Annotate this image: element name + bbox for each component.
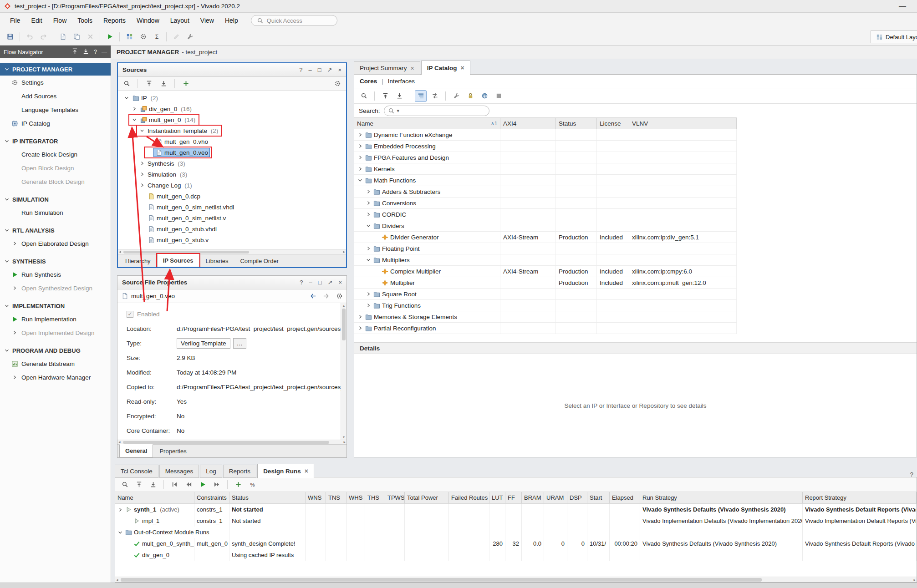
catalog-row[interactable]: Floating Point: [354, 243, 737, 254]
tree-row[interactable]: Instantiation Template (2): [118, 125, 346, 136]
help-icon[interactable]: ?: [94, 49, 97, 55]
catalog-row[interactable]: Adders & Subtracters: [354, 186, 737, 198]
nav-section-ip-integrator[interactable]: IP INTEGRATOR: [0, 135, 111, 147]
nav-item-add-sources[interactable]: Add Sources: [0, 89, 111, 103]
column-header-ths[interactable]: THS: [365, 492, 385, 503]
design-run-row[interactable]: impl_1constrs_1Not startedVivado Impleme…: [115, 515, 917, 527]
column-header-start[interactable]: Start: [587, 492, 610, 503]
menu-file[interactable]: File: [5, 15, 26, 26]
catalog-row[interactable]: Complex MultiplierAXI4-StreamProductionI…: [354, 266, 737, 277]
copy-button[interactable]: [70, 30, 83, 43]
catalog-row[interactable]: FPGA Features and Design: [354, 152, 737, 163]
tree-row[interactable]: div_gen_0 (16): [118, 103, 346, 114]
catalog-row[interactable]: Embedded Processing: [354, 141, 737, 152]
minimize-icon[interactable]: –: [309, 279, 312, 286]
tab-compile-order[interactable]: Compile Order: [234, 254, 284, 267]
menu-flow[interactable]: Flow: [48, 15, 72, 26]
column-header-status[interactable]: Status: [556, 118, 597, 129]
gear-icon[interactable]: [336, 293, 343, 300]
tab-hierarchy[interactable]: Hierarchy: [120, 254, 156, 267]
maximize-icon[interactable]: ↗: [328, 279, 333, 286]
tab-project-summary[interactable]: Project Summary×: [354, 61, 420, 75]
menu-view[interactable]: View: [195, 15, 219, 26]
catalog-row[interactable]: Math Functions: [354, 175, 737, 186]
column-header-name[interactable]: Name∧1: [354, 118, 500, 129]
column-header-constraints[interactable]: Constraints: [194, 492, 229, 503]
catalog-row[interactable]: Divider GeneratorAXI4-StreamProductionIn…: [354, 232, 737, 243]
close-icon[interactable]: ×: [338, 279, 342, 286]
minimize-icon[interactable]: –: [308, 66, 311, 73]
catalog-row[interactable]: Multipliers: [354, 254, 737, 266]
more-options-button[interactable]: …: [233, 338, 247, 349]
search-button[interactable]: [119, 479, 131, 491]
cores-view-link[interactable]: Cores: [360, 78, 377, 85]
lock-button[interactable]: [464, 90, 476, 102]
tab-ip-catalog[interactable]: IP Catalog×: [421, 61, 470, 75]
nav-item-ip-catalog[interactable]: IP Catalog: [0, 117, 111, 130]
scroll-left-icon[interactable]: ◂: [118, 440, 121, 444]
column-header-name[interactable]: Name: [115, 492, 194, 503]
redo-button[interactable]: [37, 30, 50, 43]
design-run-row[interactable]: Out-of-Context Module Runs: [115, 527, 917, 538]
column-header-tpws[interactable]: TPWS: [385, 492, 405, 503]
nav-item-run-synthesis[interactable]: Run Synthesis: [0, 268, 111, 281]
panel-help-icon[interactable]: ?: [910, 471, 917, 478]
nav-item-open-synthesized-design[interactable]: Open Synthesized Design: [0, 281, 111, 295]
catalog-row[interactable]: Square Root: [354, 289, 737, 300]
close-icon[interactable]: ×: [411, 65, 414, 72]
catalog-row[interactable]: Trig Functions: [354, 300, 737, 311]
design-run-row[interactable]: div_gen_0Using cached IP results: [115, 549, 917, 561]
run-button[interactable]: [103, 30, 116, 43]
rewind-button[interactable]: [183, 479, 194, 491]
nav-section-simulation[interactable]: SIMULATION: [0, 193, 111, 206]
collapse-all-button[interactable]: [379, 90, 391, 102]
tab-properties[interactable]: Properties: [154, 445, 192, 457]
interfaces-view-link[interactable]: Interfaces: [388, 78, 415, 85]
menu-help[interactable]: Help: [219, 15, 244, 26]
taxonomy-button[interactable]: [415, 90, 427, 102]
catalog-search-input[interactable]: ▾: [384, 106, 489, 116]
tree-row[interactable]: Synthesis (3): [118, 158, 346, 169]
type-dropdown[interactable]: Verilog Template: [177, 338, 230, 349]
float-icon[interactable]: □: [318, 279, 322, 286]
collapse-all-icon[interactable]: [71, 48, 78, 56]
nav-section-rtl-analysis[interactable]: RTL ANALYSIS: [0, 224, 111, 237]
plus-button[interactable]: [180, 78, 192, 90]
close-icon[interactable]: ×: [461, 64, 464, 71]
catalog-row[interactable]: Dynamic Function eXchange: [354, 129, 737, 141]
settings-gear-button[interactable]: [331, 78, 343, 90]
enabled-checkbox[interactable]: ✓: [127, 311, 133, 318]
column-header-run-strategy[interactable]: Run Strategy: [640, 492, 803, 503]
scroll-down-icon[interactable]: ▾: [341, 435, 346, 439]
undo-button[interactable]: [23, 30, 36, 43]
nav-item-open-elaborated-design[interactable]: Open Elaborated Design: [0, 237, 111, 250]
tab-tcl-console[interactable]: Tcl Console: [115, 465, 158, 478]
scrollbar-thumb[interactable]: [121, 578, 762, 582]
menu-reports[interactable]: Reports: [98, 15, 131, 26]
collapse-all-button[interactable]: [143, 78, 155, 90]
tab-reports[interactable]: Reports: [223, 465, 256, 478]
minimize-icon[interactable]: —: [102, 49, 107, 55]
column-header-bram[interactable]: BRAM: [522, 492, 544, 503]
tree-row[interactable]: Change Log (1): [118, 180, 346, 191]
tree-row[interactable]: mult_gen_0_stub.v: [118, 234, 346, 245]
column-header-ff[interactable]: FF: [505, 492, 522, 503]
tree-row[interactable]: mult_gen_0_stub.vhdl: [118, 223, 346, 234]
horizontal-scrollbar[interactable]: ▸◂: [115, 577, 917, 582]
sigma-button[interactable]: Σ: [150, 30, 163, 43]
column-header-axi4[interactable]: AXI4: [500, 118, 556, 129]
nav-section-synthesis[interactable]: SYNTHESIS: [0, 255, 111, 268]
nav-item-run-implementation[interactable]: Run Implementation: [0, 312, 111, 326]
column-header-lut[interactable]: LUT: [489, 492, 505, 503]
scrollbar-thumb[interactable]: [123, 251, 249, 253]
tree-row[interactable]: IP (2): [118, 92, 346, 103]
tab-general[interactable]: General: [119, 444, 153, 457]
gear-button[interactable]: [137, 30, 149, 43]
fast-forward-button[interactable]: [211, 479, 223, 491]
tab-design-runs[interactable]: Design Runs×: [257, 464, 314, 478]
nav-item-generate-bitstream[interactable]: Generate Bitstream: [0, 357, 111, 370]
expand-all-button[interactable]: [393, 90, 405, 102]
nav-item-run-simulation[interactable]: Run Simulation: [0, 206, 111, 219]
scroll-right-icon[interactable]: ▸: [343, 440, 346, 444]
nav-section-project-manager[interactable]: PROJECT MANAGER: [0, 63, 111, 76]
